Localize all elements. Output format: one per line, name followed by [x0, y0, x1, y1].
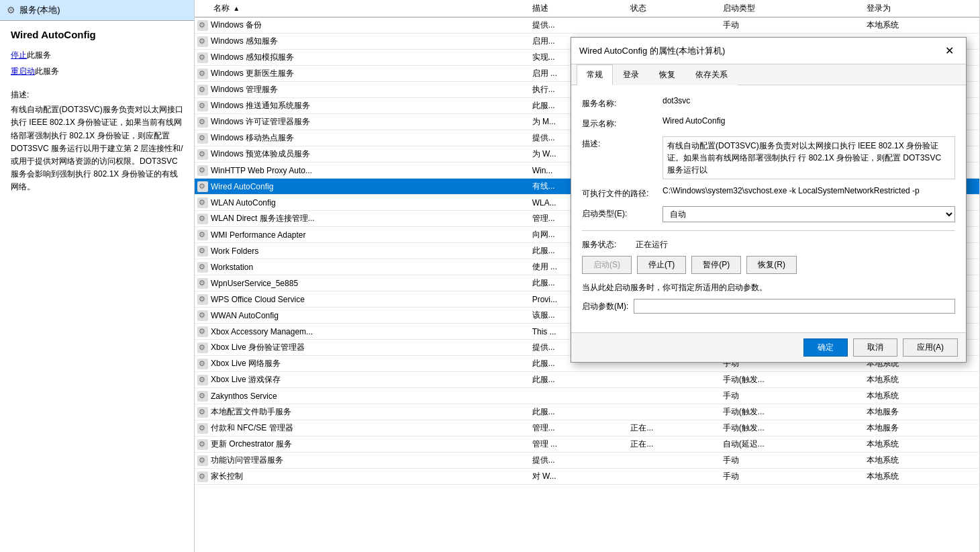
- service-startup-cell: 自动(延迟...: [718, 436, 861, 453]
- service-icon: [197, 165, 208, 176]
- tab-recovery[interactable]: 恢复: [649, 64, 685, 85]
- restart-service-link[interactable]: 重启动此服务: [11, 64, 183, 79]
- service-icon: [197, 181, 208, 192]
- service-desc-cell: 提供...: [527, 17, 626, 34]
- col-startup[interactable]: 启动类型: [718, 0, 861, 17]
- status-label: 服务状态:: [582, 239, 636, 250]
- service-name-cell: Windows 更新医生服务: [211, 68, 294, 79]
- cancel-button[interactable]: 取消: [853, 338, 897, 357]
- service-startup-cell: 手动: [718, 469, 861, 485]
- divider: [582, 230, 955, 231]
- dialog-title: Wired AutoConfig 的属性(本地计算机): [579, 45, 725, 57]
- service-desc-cell: 管理 ...: [527, 436, 626, 453]
- dialog-close-button[interactable]: ✕: [941, 43, 958, 58]
- service-name-cell: Windows 移动热点服务: [211, 132, 294, 144]
- service-action-buttons: 启动(S) 停止(T) 暂停(P) 恢复(R): [582, 256, 955, 274]
- service-logon-cell: 本地系统: [861, 436, 979, 453]
- table-row[interactable]: Xbox Live 游戏保存此服...手动(触发...本地系统: [195, 372, 979, 388]
- col-desc[interactable]: 描述: [527, 0, 626, 17]
- properties-dialog: Wired AutoConfig 的属性(本地计算机) ✕ 常规 登录 恢复 依…: [571, 37, 967, 363]
- service-icon: [197, 278, 208, 289]
- startup-type-label: 启动类型(E):: [582, 206, 663, 220]
- stop-link-text[interactable]: 停止: [11, 50, 27, 60]
- service-name-cell: Wired AutoConfig: [211, 182, 273, 191]
- display-name-value: Wired AutoConfig: [663, 116, 955, 126]
- service-name-cell: Xbox Live 身份验证管理器: [211, 342, 305, 353]
- service-startup-cell: 手动(触发...: [718, 372, 861, 388]
- startup-type-select[interactable]: 自动 手动 禁用 自动(延迟启动): [663, 206, 955, 222]
- col-name[interactable]: 名称 ▲: [195, 0, 527, 17]
- service-desc-cell: 对 W...: [527, 469, 626, 485]
- service-logon-cell: 本地系统: [861, 388, 979, 404]
- tab-general[interactable]: 常规: [577, 64, 613, 85]
- service-icon: [197, 439, 208, 450]
- service-icon: [197, 342, 208, 353]
- gear-icon: ⚙: [7, 5, 15, 15]
- service-startup-cell: 手动(触发...: [718, 420, 861, 436]
- table-row[interactable]: 更新 Orchestrator 服务管理 ...正在...自动(延迟...本地系…: [195, 436, 979, 453]
- service-name-cell: Windows 推送通知系统服务: [211, 100, 310, 111]
- action-block: 停止此服务 重启动此服务: [11, 48, 183, 79]
- service-desc-cell: 提供...: [527, 453, 626, 469]
- table-row[interactable]: 付款和 NFC/SE 管理器管理...正在...手动(触发...本地服务: [195, 420, 979, 436]
- service-name-cell: WPS Office Cloud Service: [211, 295, 305, 304]
- service-status-cell: [625, 372, 717, 388]
- ok-button[interactable]: 确定: [803, 338, 848, 357]
- left-header: ⚙ 服务(本地): [0, 0, 194, 21]
- desc-field-label: 描述:: [582, 136, 663, 150]
- service-name-cell: Xbox Live 网络服务: [211, 358, 281, 369]
- service-name-cell: 功能访问管理器服务: [211, 455, 283, 466]
- pause-button[interactable]: 暂停(P): [691, 256, 741, 274]
- service-name-cell: WWAN AutoConfig: [211, 311, 279, 320]
- start-button[interactable]: 启动(S): [582, 256, 632, 274]
- table-row[interactable]: Windows 备份提供...手动本地系统: [195, 17, 979, 34]
- service-icon: [197, 149, 208, 160]
- apply-button[interactable]: 应用(A): [903, 338, 958, 357]
- service-name-cell: Windows 管理服务: [211, 84, 278, 95]
- param-input[interactable]: [634, 299, 955, 314]
- service-name-cell: 付款和 NFC/SE 管理器: [211, 422, 293, 434]
- service-icon: [197, 52, 208, 63]
- service-icon: [197, 68, 208, 79]
- dialog-tabs: 常规 登录 恢复 依存关系: [571, 64, 966, 85]
- stop-service-link[interactable]: 停止此服务: [11, 48, 183, 63]
- param-row: 启动参数(M):: [582, 299, 955, 314]
- service-desc-cell: [527, 388, 626, 404]
- dialog-titlebar: Wired AutoConfig 的属性(本地计算机) ✕: [571, 38, 966, 64]
- service-icon: [197, 326, 208, 337]
- service-icon: [197, 197, 208, 208]
- service-name-cell: Xbox Live 游戏保存: [211, 374, 281, 385]
- service-icon: [197, 375, 208, 385]
- col-status[interactable]: 状态: [625, 0, 717, 17]
- service-name-cell: Windows 感知服务: [211, 36, 278, 47]
- resume-button[interactable]: 恢复(R): [746, 256, 797, 274]
- table-row[interactable]: 功能访问管理器服务提供...手动本地系统: [195, 453, 979, 469]
- table-row[interactable]: Zakynthos Service手动本地系统: [195, 388, 979, 404]
- service-icon: [197, 117, 208, 128]
- dialog-body: 服务名称: dot3svc 显示名称: Wired AutoConfig 描述:…: [571, 85, 966, 332]
- service-name-cell: Workstation: [211, 263, 253, 272]
- service-name-cell: Windows 备份: [211, 19, 262, 31]
- service-icon: [197, 391, 208, 402]
- exec-path-value: C:\Windows\system32\svchost.exe -k Local…: [663, 186, 955, 195]
- restart-link-text[interactable]: 重启动: [11, 66, 35, 76]
- service-name-cell: 更新 Orchestrator 服务: [211, 439, 292, 450]
- col-logon[interactable]: 登录为: [861, 0, 979, 17]
- service-icon: [197, 262, 208, 273]
- tab-login[interactable]: 登录: [613, 64, 649, 85]
- table-row[interactable]: 家长控制对 W...手动本地系统: [195, 469, 979, 485]
- param-label: 启动参数(M):: [582, 301, 628, 312]
- service-status-cell: [625, 17, 717, 34]
- service-name-cell: 本地配置文件助手服务: [211, 406, 291, 418]
- display-name-label: 显示名称:: [582, 116, 663, 130]
- table-row[interactable]: 本地配置文件助手服务此服...手动(触发...本地服务: [195, 404, 979, 420]
- stop-button[interactable]: 停止(T): [637, 256, 686, 274]
- tab-dependencies[interactable]: 依存关系: [685, 64, 738, 85]
- service-name-cell: WLAN Direct 服务连接管理...: [211, 213, 315, 224]
- left-content: Wired AutoConfig 停止此服务 重启动此服务 描述: 有线自动配置…: [0, 21, 194, 552]
- service-icon: [197, 310, 208, 321]
- service-status-cell: [625, 388, 717, 404]
- service-icon: [197, 101, 208, 111]
- service-desc-cell: 此服...: [527, 372, 626, 388]
- service-name-cell: WpnUserService_5e885: [211, 279, 298, 288]
